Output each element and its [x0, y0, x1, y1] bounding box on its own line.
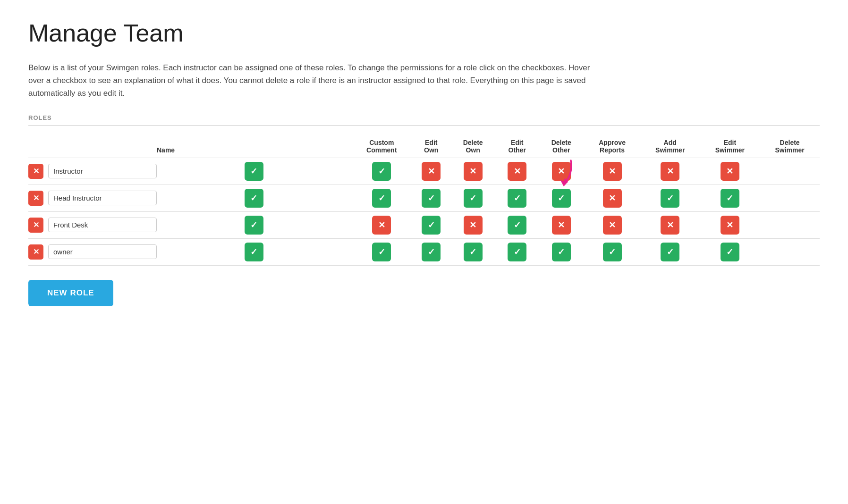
new-role-button[interactable]: NEW ROLE [28, 280, 113, 306]
row-2-perm-edit_swimmer [640, 185, 700, 211]
row-4-perm-edit_own [351, 238, 412, 265]
delete-role-2-button[interactable]: ✕ [28, 191, 43, 206]
row-2-perm-edit_other [450, 185, 496, 211]
check-icon [250, 220, 257, 230]
perm-btn-3-edit_swimmer[interactable] [661, 216, 679, 235]
check-icon [558, 247, 565, 257]
perm-btn-1-delete_own[interactable] [422, 162, 441, 181]
check-icon [428, 220, 435, 230]
check-icon [667, 247, 674, 257]
perm-btn-2-delete_other[interactable] [508, 189, 526, 208]
perm-btn-1-edit_other[interactable] [464, 162, 483, 181]
perm-btn-1-delete_swimmer[interactable] [721, 162, 739, 181]
row-3-perm-edit_other [450, 211, 496, 238]
row-2-name-cell: ✕ [28, 185, 157, 211]
x-icon [378, 220, 385, 230]
perm-btn-1-custom_comment[interactable] [245, 162, 263, 181]
check-icon [726, 193, 733, 203]
perm-btn-3-add_swimmer[interactable] [603, 216, 622, 235]
perm-btn-1-approve_reports[interactable] [552, 162, 571, 181]
perm-btn-2-delete_swimmer[interactable] [721, 189, 739, 208]
row-1-perm-add_swimmer [584, 158, 640, 185]
row-4-perm-delete_own [412, 238, 450, 265]
row-1-perm-edit_own [351, 158, 412, 185]
row-3-perm-custom_comment [157, 211, 351, 238]
perm-btn-2-delete_own[interactable] [422, 189, 441, 208]
perm-btn-4-delete_other[interactable] [508, 243, 526, 261]
col-header-delete_swimmer: DeleteSwimmer [760, 135, 820, 158]
check-icon [250, 193, 257, 203]
row-4-name-cell: ✕ [28, 238, 157, 265]
check-icon [514, 193, 521, 203]
delete-role-4-button[interactable]: ✕ [28, 244, 43, 260]
role-4-name-input[interactable] [48, 244, 157, 259]
row-3-perm-delete_swimmer [700, 211, 760, 238]
check-icon [558, 193, 565, 203]
check-icon [514, 220, 521, 230]
table-row: ✕ [28, 211, 820, 238]
row-2-perm-delete_swimmer [700, 185, 760, 211]
row-3-perm-edit_own [351, 211, 412, 238]
check-icon [667, 193, 674, 203]
check-icon [469, 193, 476, 203]
role-1-name-input[interactable] [48, 164, 157, 178]
perm-btn-1-delete_other[interactable] [508, 162, 526, 181]
x-icon [609, 193, 616, 203]
row-2-perm-custom_comment [157, 185, 351, 211]
row-4-perm-custom_comment [157, 238, 351, 265]
check-icon [378, 247, 385, 257]
check-icon [428, 247, 435, 257]
check-icon [250, 247, 257, 257]
row-2-perm-edit_own [351, 185, 412, 211]
row-2-perm-approve_reports [538, 185, 584, 211]
perm-btn-3-delete_other[interactable] [508, 216, 526, 235]
perm-btn-4-add_swimmer[interactable] [603, 243, 622, 261]
perm-btn-3-edit_other[interactable] [464, 216, 483, 235]
row-4-perm-delete_other [496, 238, 538, 265]
perm-btn-3-delete_swimmer[interactable] [721, 216, 739, 235]
perm-btn-4-edit_other[interactable] [464, 243, 483, 261]
role-3-name-input[interactable] [48, 218, 157, 232]
perm-btn-3-custom_comment[interactable] [245, 216, 263, 235]
check-icon [514, 247, 521, 257]
table-row: ✕ [28, 238, 820, 265]
col-header-delete_other: DeleteOther [538, 135, 584, 158]
row-4-perm-approve_reports [538, 238, 584, 265]
row-1-perm-custom_comment [157, 158, 351, 185]
perm-btn-2-approve_reports[interactable] [552, 189, 571, 208]
roles-table: NameCustomCommentEditOwnDeleteOwnEditOth… [28, 135, 820, 266]
perm-btn-3-delete_own[interactable] [422, 216, 441, 235]
perm-btn-4-delete_own[interactable] [422, 243, 441, 261]
perm-btn-4-edit_swimmer[interactable] [661, 243, 679, 261]
roles-section-label: ROLES [28, 114, 820, 121]
col-header-delete_own: DeleteOwn [450, 135, 496, 158]
x-icon [558, 220, 565, 230]
check-icon [378, 166, 385, 176]
col-header-name: Name [157, 135, 351, 158]
role-2-name-input[interactable] [48, 191, 157, 205]
perm-btn-4-approve_reports[interactable] [552, 243, 571, 261]
x-icon [667, 166, 674, 176]
perm-btn-2-add_swimmer[interactable] [603, 189, 622, 208]
perm-btn-4-edit_own[interactable] [372, 243, 391, 261]
perm-btn-2-edit_own[interactable] [372, 189, 391, 208]
row-1-name-cell: ✕ [28, 158, 157, 185]
perm-btn-1-edit_own[interactable] [372, 162, 391, 181]
perm-btn-2-custom_comment[interactable] [245, 189, 263, 208]
delete-role-3-button[interactable]: ✕ [28, 218, 43, 233]
x-icon [514, 166, 521, 176]
perm-btn-3-edit_own[interactable] [372, 216, 391, 235]
perm-btn-3-approve_reports[interactable] [552, 216, 571, 235]
perm-btn-4-delete_swimmer[interactable] [721, 243, 739, 261]
perm-btn-4-custom_comment[interactable] [245, 243, 263, 261]
x-icon [609, 166, 616, 176]
perm-btn-1-add_swimmer[interactable] [603, 162, 622, 181]
row-1-perm-delete_swimmer [700, 158, 760, 185]
perm-btn-2-edit_swimmer[interactable] [661, 189, 679, 208]
perm-btn-2-edit_other[interactable] [464, 189, 483, 208]
x-icon [726, 166, 733, 176]
perm-btn-1-edit_swimmer[interactable] [661, 162, 679, 181]
page-title: Manage Team [28, 19, 820, 47]
row-3-perm-delete_own [412, 211, 450, 238]
delete-role-1-button[interactable]: ✕ [28, 164, 43, 179]
